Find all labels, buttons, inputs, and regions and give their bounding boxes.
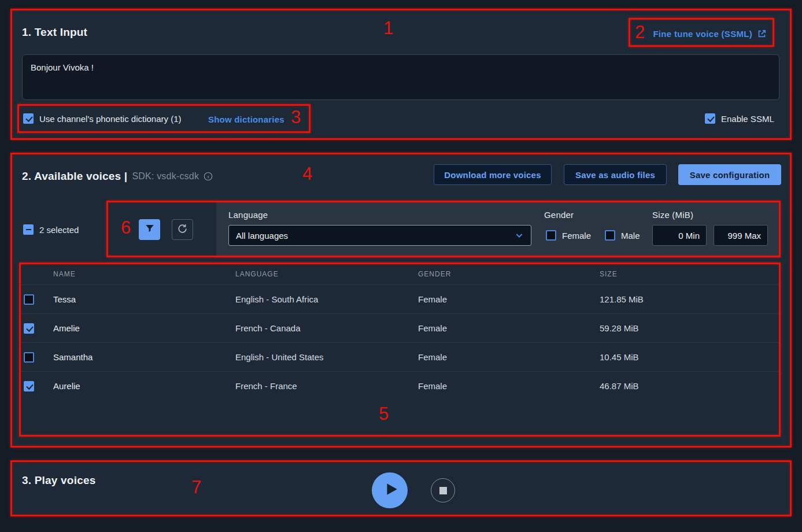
voice-gender: Female [418, 294, 600, 304]
section1-title: 1. Text Input [22, 26, 87, 39]
voice-name: Amelie [53, 323, 235, 333]
use-dictionary-label: Use channel's phonetic dictionary (1) [39, 114, 182, 124]
filter-panel: Language All languages Gender Female Mal… [216, 202, 781, 258]
save-as-audio-files-button[interactable]: Save as audio files [564, 164, 667, 185]
voice-size: 46.87 MiB [600, 381, 781, 391]
gender-filter-label: Gender [544, 210, 574, 220]
voice-name: Samantha [53, 352, 235, 362]
language-select[interactable]: All languages [228, 225, 531, 246]
voices-table-header: NAME LANGUAGE GENDER SIZE [19, 263, 781, 285]
selection-summary: 2 selected [23, 224, 79, 235]
external-link-icon [757, 29, 767, 39]
table-row[interactable]: Samantha English - United States Female … [19, 342, 781, 371]
refresh-button[interactable] [172, 219, 193, 240]
available-voices-section: 2. Available voices | SDK: vsdk-csdk Dow… [12, 154, 791, 446]
header-size: SIZE [600, 270, 781, 278]
play-voices-section: 3. Play voices [12, 461, 791, 515]
male-checkbox[interactable] [605, 230, 615, 241]
voice-language: English - United States [235, 352, 418, 362]
voice-name: Tessa [53, 294, 235, 304]
section2-title: 2. Available voices | SDK: vsdk-csdk [22, 170, 213, 183]
enable-ssml-checkbox[interactable] [705, 113, 715, 124]
selected-count-label: 2 selected [39, 225, 79, 235]
voice-size: 59.28 MiB [600, 323, 781, 333]
row-checkbox[interactable] [24, 323, 34, 334]
save-configuration-button[interactable]: Save configuration [678, 164, 781, 185]
stop-button[interactable] [431, 478, 455, 503]
download-more-voices-button[interactable]: Download more voices [434, 164, 552, 185]
table-row[interactable]: Tessa English - South Africa Female 121.… [19, 285, 781, 313]
voice-size: 10.45 MiB [600, 352, 781, 362]
chevron-down-icon [515, 231, 524, 240]
phonetic-dictionary-row: Use channel's phonetic dictionary (1) [23, 113, 182, 124]
voice-name: Aurelie [53, 381, 235, 391]
fine-tune-ssml-link[interactable]: Fine tune voice (SSML) [653, 29, 767, 39]
male-label: Male [621, 231, 640, 241]
gender-female-option: Female [546, 230, 591, 241]
voice-gender: Female [418, 352, 600, 362]
use-dictionary-checkbox[interactable] [23, 113, 34, 124]
row-checkbox[interactable] [24, 352, 34, 363]
text-input-textarea[interactable]: Bonjour Vivoka ! [22, 54, 779, 100]
voice-language: French - France [235, 381, 418, 391]
voice-gender: Female [418, 323, 600, 333]
gender-male-option: Male [605, 230, 640, 241]
table-row[interactable]: Amelie French - Canada Female 59.28 MiB [19, 313, 781, 342]
section3-title: 3. Play voices [22, 474, 95, 487]
stop-icon [439, 487, 447, 494]
row-checkbox[interactable] [24, 381, 34, 391]
size-filter-label: Size (MiB) [652, 210, 693, 220]
sdk-label: SDK: vsdk-csdk [132, 171, 199, 182]
play-button[interactable] [372, 472, 408, 508]
table-row[interactable]: Aurelie French - France Female 46.87 MiB [19, 371, 781, 400]
header-language: LANGUAGE [235, 270, 418, 278]
row-checkbox[interactable] [24, 294, 34, 305]
voice-language: French - Canada [235, 323, 418, 333]
info-icon[interactable] [204, 172, 213, 181]
play-icon [381, 482, 399, 499]
size-max-input[interactable] [714, 225, 768, 246]
fine-tune-ssml-label: Fine tune voice (SSML) [653, 29, 752, 39]
voice-language: English - South Africa [235, 294, 418, 304]
select-all-checkbox[interactable] [23, 224, 34, 235]
voice-gender: Female [418, 381, 600, 391]
voice-size: 121.85 MiB [600, 294, 781, 304]
text-input-section: 1. Text Input Fine tune voice (SSML) Bon… [12, 10, 791, 139]
refresh-icon [177, 223, 188, 237]
language-select-value: All languages [236, 231, 288, 241]
section2-title-text: 2. Available voices | [22, 170, 127, 183]
filter-button[interactable] [139, 219, 160, 240]
header-name: NAME [53, 270, 235, 278]
language-filter-label: Language [228, 210, 268, 220]
enable-ssml-label: Enable SSML [721, 114, 774, 124]
female-checkbox[interactable] [546, 230, 556, 241]
female-label: Female [562, 231, 591, 241]
header-gender: GENDER [418, 270, 600, 278]
voices-table: NAME LANGUAGE GENDER SIZE Tessa English … [19, 263, 781, 400]
enable-ssml-row: Enable SSML [705, 113, 774, 124]
size-min-input[interactable] [652, 225, 707, 246]
show-dictionaries-link[interactable]: Show dictionaries [208, 114, 284, 124]
funnel-icon [145, 223, 155, 236]
